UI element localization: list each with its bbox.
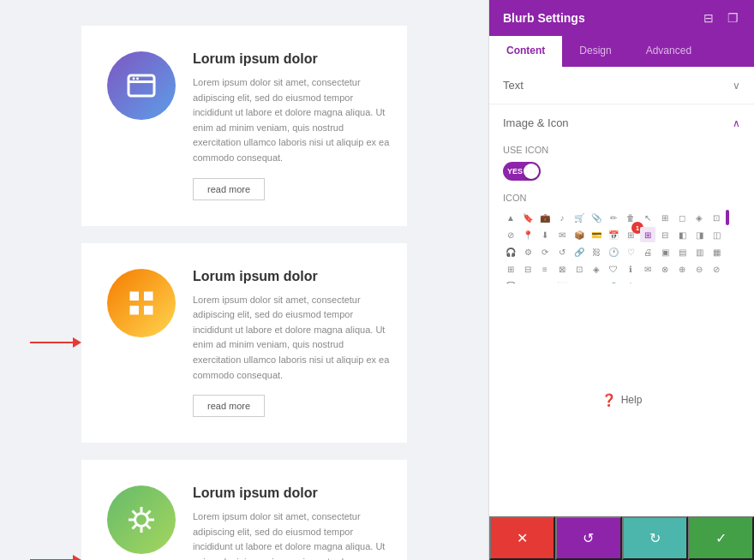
icon-cal1[interactable]: 📅	[606, 227, 621, 242]
icon-link2[interactable]: 🔗	[571, 244, 587, 259]
icon-refresh[interactable]: ↺	[554, 244, 570, 259]
icon-sync[interactable]: ⟳	[537, 244, 553, 259]
use-icon-toggle[interactable]: YES	[503, 162, 541, 181]
icon-t2[interactable]: ⊕	[674, 261, 690, 277]
svg-line-13	[133, 511, 137, 515]
icon-forbid[interactable]: ⊘	[503, 227, 518, 242]
blurb-card-2: Lorum ipsum dolor Lorem ipsum dolor sit …	[81, 243, 407, 444]
icon-r2[interactable]: ◧	[674, 227, 690, 242]
text-chevron-icon: ∨	[733, 80, 740, 92]
image-icon-section: Image & Icon ∧ Use Icon YES Icon	[489, 104, 754, 283]
svg-point-8	[135, 514, 148, 527]
icon-box[interactable]: 📦	[571, 227, 587, 242]
icon-cursor[interactable]: ↖	[640, 210, 655, 225]
read-more-btn-2[interactable]: read more	[193, 395, 265, 417]
icon-s3[interactable]: ▥	[691, 244, 707, 259]
reset-button[interactable]: ↺	[555, 516, 621, 560]
icon-extra1[interactable]: ⊞	[657, 210, 673, 225]
redo-button[interactable]: ↻	[622, 516, 688, 560]
icon-bubble[interactable]: 💬	[503, 278, 518, 283]
blurb-icon-3	[107, 486, 176, 554]
icon-extra4[interactable]: ⊡	[709, 210, 724, 225]
icon-table[interactable]: ⊞ 1	[623, 227, 638, 242]
icon-u4[interactable]: ℹ	[623, 278, 638, 283]
icon-u1[interactable]: ⊟	[537, 278, 553, 283]
icon-placeholder-3	[726, 244, 741, 259]
icon-t4[interactable]: ⊘	[709, 261, 724, 277]
icon-s2[interactable]: ▤	[674, 244, 690, 259]
icon-info[interactable]: ℹ	[623, 261, 638, 277]
icon-r4[interactable]: ◫	[709, 227, 724, 242]
icon-s4[interactable]: ▦	[709, 244, 724, 259]
icon-u2[interactable]: ⊞	[571, 278, 587, 283]
icon-grid7[interactable]: ◈	[589, 261, 604, 277]
icon-grid: ▲ 🔖 💼 ♪ 🛒 📎 ✏ 🗑 ↖ ⊞ ◻ ◈ ⊡	[503, 210, 740, 283]
blurb-content-2: Lorum ipsum dolor Lorem ipsum dolor sit …	[193, 269, 390, 418]
settings-minimize-icon[interactable]: ⊟	[701, 10, 716, 26]
icon-v2[interactable]: ◉	[674, 278, 690, 283]
icon-clock[interactable]: 🕐	[606, 244, 621, 259]
icon-graph[interactable]: 📊	[554, 278, 570, 283]
icon-v3[interactable]: ○	[691, 278, 707, 283]
icon-r1[interactable]: ⊟	[657, 227, 673, 242]
blurb-icon-1	[107, 51, 176, 120]
icon-shield[interactable]: 🛡	[606, 261, 621, 277]
icon-down[interactable]: ⬇	[537, 227, 553, 242]
icon-music[interactable]: ♪	[554, 210, 570, 225]
tab-content[interactable]: Content	[489, 36, 562, 67]
text-section-header[interactable]: Text ∨	[489, 67, 754, 104]
tab-advanced[interactable]: Advanced	[629, 36, 709, 67]
confirm-button[interactable]: ✓	[688, 516, 754, 560]
icon-cart[interactable]: 🛒	[571, 210, 587, 225]
icon-t1[interactable]: ⊗	[657, 261, 673, 277]
arrow-head-2	[73, 337, 81, 348]
svg-line-15	[147, 511, 151, 515]
settings-panel: Blurb Settings ⊟ ❐ Content Design Advanc…	[488, 0, 754, 560]
icon-extra2[interactable]: ◻	[674, 210, 690, 225]
icon-grid6[interactable]: ⊡	[571, 261, 587, 277]
read-more-btn-1[interactable]: read more	[193, 178, 265, 200]
icon-r3[interactable]: ◨	[691, 227, 707, 242]
icon-heart[interactable]: ♡	[623, 244, 638, 259]
settings-expand-icon[interactable]: ❐	[725, 10, 740, 26]
icon-placeholder-5	[726, 278, 741, 283]
icon-v4[interactable]: ●	[709, 278, 724, 283]
icon-pin[interactable]: 📍	[520, 227, 536, 242]
icon-grid3[interactable]: ⊟	[520, 261, 536, 277]
icon-triangle[interactable]: ▲	[503, 210, 518, 225]
blurb-card-1: Lorum ipsum dolor Lorem ipsum dolor sit …	[81, 26, 407, 226]
icon-grid5[interactable]: ⊠	[554, 261, 570, 277]
grid-icon	[126, 288, 157, 319]
help-row[interactable]: ❓ Help	[489, 283, 754, 517]
image-icon-chevron-icon: ∧	[733, 117, 740, 129]
icon-s1[interactable]: ▣	[657, 244, 673, 259]
icon-chain[interactable]: ⛓	[589, 244, 604, 259]
icon-extra3[interactable]: ◈	[691, 210, 707, 225]
icon-grid4[interactable]: ≡	[537, 261, 553, 277]
icon-clip[interactable]: 📎	[589, 210, 604, 225]
icon-v1[interactable]: ◎	[657, 278, 673, 283]
image-icon-section-header[interactable]: Image & Icon ∧	[489, 104, 754, 141]
icon-pencil[interactable]: ✏	[606, 210, 621, 225]
icon-suitcase[interactable]: 💼	[537, 210, 553, 225]
icon-bookmark[interactable]: 🔖	[520, 210, 536, 225]
icon-headphone[interactable]: 🎧	[503, 244, 518, 259]
icon-letter[interactable]: ✉	[554, 227, 570, 242]
icon-selected[interactable]: ⊞	[640, 227, 655, 242]
cancel-button[interactable]: ✕	[489, 516, 555, 560]
icon-grid2[interactable]: ⊞	[503, 261, 518, 277]
icon-t3[interactable]: ⊖	[691, 261, 707, 277]
icon-mail2[interactable]: ✉	[640, 261, 655, 277]
icon-safe[interactable]: 🔒	[606, 278, 621, 283]
icon-print[interactable]: 🖨	[640, 244, 655, 259]
help-label: Help	[621, 394, 643, 406]
toggle-knob	[524, 164, 539, 179]
tab-design[interactable]: Design	[562, 36, 628, 67]
icon-settings2[interactable]: ⚙	[520, 244, 536, 259]
icon-circle[interactable]: ⊙	[520, 278, 536, 283]
icon-card[interactable]: 💳	[589, 227, 604, 242]
icon-grid-section: Icon ▲ 🔖 💼 ♪ 🛒 📎 ✏ 🗑 ↖ ⊞ ◻	[503, 193, 740, 283]
blurb-text-3: Lorem ipsum dolor sit amet, consectetur …	[193, 509, 390, 560]
icon-u3[interactable]: ⊡	[589, 278, 604, 283]
icon-u5[interactable]: ⊗	[640, 278, 655, 283]
